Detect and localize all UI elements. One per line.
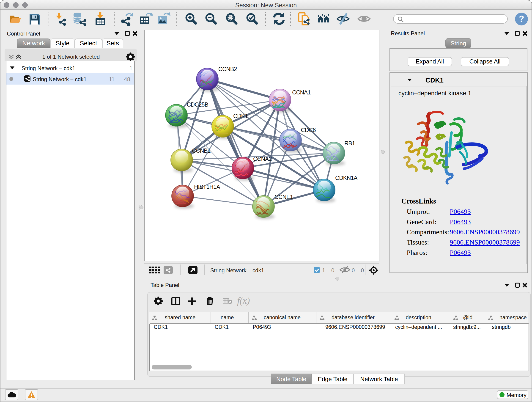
svg-text:CCNB1: CCNB1	[192, 147, 210, 154]
svg-text:RB1: RB1	[344, 140, 355, 147]
svg-text:?: ?	[519, 14, 524, 24]
svg-text:CCNE1: CCNE1	[274, 194, 293, 200]
svg-text:CDC25B: CDC25B	[187, 101, 208, 108]
svg-text:CCNB2: CCNB2	[218, 66, 237, 72]
svg-text:HIST1H1A: HIST1H1A	[194, 184, 220, 190]
svg-text:CDC6: CDC6	[301, 127, 316, 133]
svg-text:CCNA1: CCNA1	[292, 89, 311, 96]
svg-text:CCNA2: CCNA2	[253, 156, 272, 162]
svg-text:CDK1: CDK1	[233, 113, 248, 119]
svg-text:CDKN1A: CDKN1A	[335, 175, 358, 181]
